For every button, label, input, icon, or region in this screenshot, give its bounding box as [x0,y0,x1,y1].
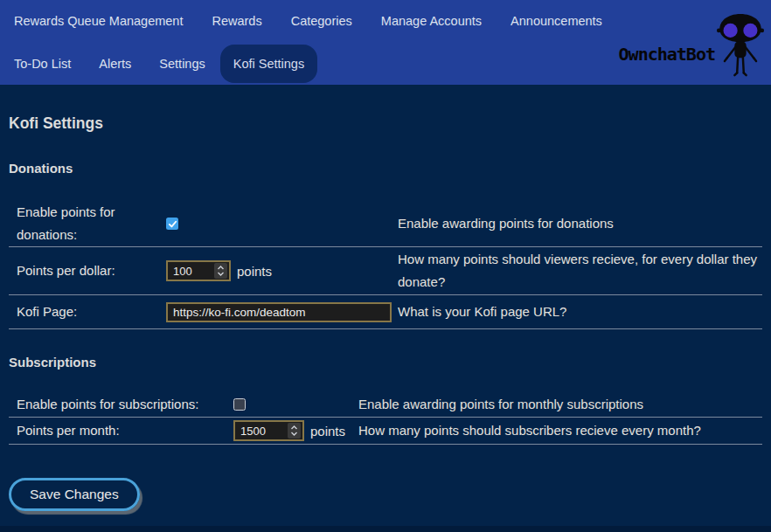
logo-text: OwnchatBot [619,44,715,65]
logo: OwnchatBot [605,0,771,85]
nav-item-manage-accounts[interactable]: Manage Accounts [381,14,482,28]
settings-row-points-per-dollar: Points per dollar: 100 points How many p… [9,247,762,295]
page-title: Kofi Settings [9,114,762,133]
top-navbar: Rewards Queue Management Rewards Categor… [0,0,771,85]
enable-donations-checkbox[interactable] [166,218,178,230]
points-suffix: points [310,424,345,439]
row-description: How many points should viewers recieve, … [398,248,762,294]
nav-item-categories[interactable]: Categories [291,14,352,28]
kofi-settings-page: Kofi Settings Donations Enable points fo… [0,114,771,511]
settings-row-enable-subscriptions: Enable points for subscriptions: Enable … [9,391,762,418]
subscriptions-settings-table: Enable points for subscriptions: Enable … [9,391,762,445]
points-per-dollar-value: 100 [173,265,192,278]
number-spinner-icon[interactable] [214,263,227,279]
row-label: Points per dollar: [9,259,166,282]
tab-todo-list[interactable]: To-Do List [14,57,71,71]
section-heading-subscriptions: Subscriptions [9,355,762,370]
row-description: Enable awarding points for donations [398,212,762,235]
settings-row-enable-donations: Enable points for donations: Enable awar… [9,201,762,247]
row-label: Points per month: [9,419,233,442]
nav-item-rewards-queue-management[interactable]: Rewards Queue Management [14,14,183,28]
row-description: What is your Kofi page URL? [398,301,762,323]
number-spinner-icon[interactable] [288,423,301,439]
bottom-edge-strip [0,526,771,532]
points-per-dollar-input[interactable]: 100 [166,260,231,281]
checkmark-icon [168,219,177,229]
row-label: Enable points for subscriptions: [9,393,233,416]
donations-settings-table: Enable points for donations: Enable awar… [9,201,762,329]
row-label: Kofi Page: [9,301,166,323]
points-per-month-input[interactable]: 1500 [233,420,304,441]
kofi-page-url-value: https://ko-fi.com/deadtom [173,306,306,319]
tab-settings[interactable]: Settings [159,57,205,71]
enable-subscriptions-checkbox[interactable] [233,398,246,411]
row-description: Enable awarding points for monthly subsc… [358,393,762,416]
save-changes-button[interactable]: Save Changes [9,478,140,511]
settings-row-kofi-page: Kofi Page: https://ko-fi.com/deadtom Wha… [9,295,762,329]
row-description: How many points should subscribers recie… [358,419,762,442]
nav-item-rewards[interactable]: Rewards [212,14,261,28]
nav-item-announcements[interactable]: Announcements [511,14,602,28]
section-heading-donations: Donations [9,161,762,176]
points-suffix: points [237,264,272,279]
row-label: Enable points for donations: [9,201,166,246]
robot-icon [715,12,766,82]
tab-alerts[interactable]: Alerts [99,57,131,71]
kofi-page-url-input[interactable]: https://ko-fi.com/deadtom [166,302,392,322]
tab-kofi-settings[interactable]: Kofi Settings [220,45,317,83]
settings-row-points-per-month: Points per month: 1500 points How many p… [9,418,762,445]
points-per-month-value: 1500 [240,425,266,438]
